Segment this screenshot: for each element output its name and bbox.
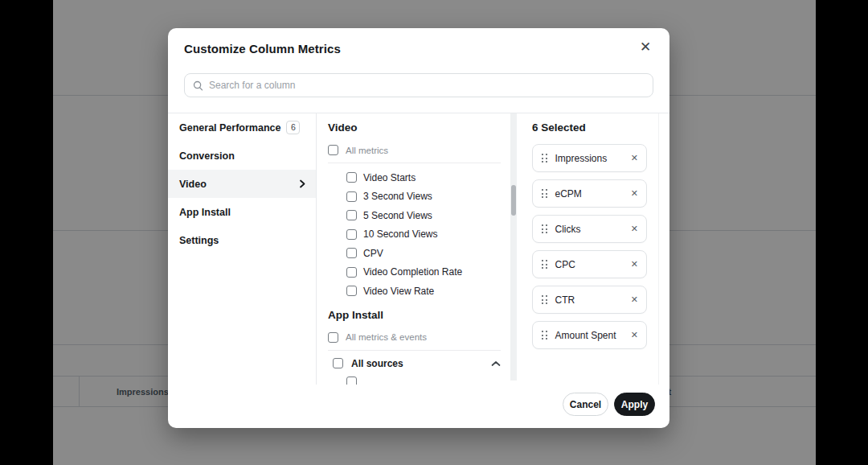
remove-icon[interactable]: ✕ — [631, 189, 638, 198]
metric-checkbox[interactable] — [346, 191, 357, 202]
screen: Impressions Amount Spent Customize Colum… — [0, 0, 868, 465]
selected-chips-list: Impressions ✕ eCPM ✕ Clicks ✕ — [532, 144, 669, 349]
metric-checkbox[interactable] — [346, 248, 357, 258]
search-box — [184, 73, 653, 97]
metric-label: 3 Second Views — [363, 191, 432, 202]
nav-item-general-performance[interactable]: General Performance 6 — [168, 113, 316, 142]
chip-label: CTR — [555, 294, 575, 306]
app-install-section-heading: App Install — [328, 309, 517, 322]
all-metrics-events-row: All metrics & events — [328, 332, 517, 343]
nav-item-conversion[interactable]: Conversion — [168, 142, 316, 170]
metric-row-5-second-views: 5 Second Views — [328, 206, 517, 225]
close-icon[interactable]: ✕ — [636, 38, 655, 57]
clipped-metric-row — [328, 377, 517, 385]
metrics-scrollbar-thumb[interactable] — [511, 185, 516, 216]
remove-icon[interactable]: ✕ — [631, 260, 638, 269]
chip-amount-spent[interactable]: Amount Spent ✕ — [532, 321, 647, 349]
metric-checkbox[interactable] — [346, 210, 357, 220]
drag-handle-icon[interactable] — [542, 189, 547, 198]
nav-label: General Performance — [179, 122, 280, 134]
dialog-footer: Cancel Apply — [563, 393, 655, 416]
nav-label: Video — [179, 179, 207, 190]
metric-checkbox[interactable] — [346, 172, 357, 183]
metric-row-10-second-views: 10 Second Views — [328, 225, 517, 245]
all-metrics-row: All metrics — [328, 145, 517, 155]
metric-row-3-second-views: 3 Second Views — [328, 187, 517, 207]
drag-handle-icon[interactable] — [542, 154, 547, 163]
selected-panel-divider — [658, 113, 659, 385]
metric-checkbox[interactable] — [346, 377, 357, 385]
drag-handle-icon[interactable] — [542, 331, 547, 339]
metrics-scrollbar-track[interactable] — [510, 113, 517, 381]
all-sources-checkbox[interactable] — [333, 358, 343, 368]
nav-label: Conversion — [179, 150, 235, 162]
chip-label: eCPM — [555, 188, 582, 200]
search-input[interactable] — [209, 80, 645, 91]
remove-icon[interactable]: ✕ — [631, 295, 638, 304]
metric-row-cpv: CPV — [328, 244, 517, 263]
customize-column-metrics-dialog: Customize Column Metrics ✕ General Perfo… — [168, 28, 669, 428]
nav-item-settings[interactable]: Settings — [168, 226, 316, 254]
all-metrics-events-checkbox[interactable] — [328, 332, 338, 343]
metric-label: 10 Second Views — [363, 228, 438, 240]
metric-label: 5 Second Views — [363, 210, 432, 221]
drag-handle-icon[interactable] — [542, 295, 547, 304]
metric-row-video-view-rate: Video View Rate — [328, 282, 517, 301]
chip-ecpm[interactable]: eCPM ✕ — [532, 179, 647, 208]
drag-handle-icon[interactable] — [542, 224, 547, 233]
metric-label: CPV — [363, 248, 383, 259]
all-metrics-label: All metrics — [346, 146, 388, 155]
chip-label: CPC — [555, 259, 575, 270]
metric-label: Video Completion Rate — [363, 266, 462, 278]
video-metric-items: Video Starts 3 Second Views 5 Second Vie… — [328, 168, 517, 301]
chip-ctr[interactable]: CTR ✕ — [532, 286, 647, 314]
metric-checkbox[interactable] — [346, 229, 357, 240]
metric-label: Video View Rate — [363, 286, 434, 297]
section-divider — [328, 163, 501, 163]
remove-icon[interactable]: ✕ — [631, 331, 638, 339]
chip-label: Clicks — [555, 224, 581, 235]
chip-label: Impressions — [555, 153, 608, 164]
chevron-right-icon — [298, 179, 306, 188]
all-metrics-events-label: All metrics & events — [346, 332, 427, 342]
dialog-body: General Performance 6 Conversion Video A… — [168, 113, 669, 385]
cancel-button[interactable]: Cancel — [563, 393, 608, 416]
chip-impressions[interactable]: Impressions ✕ — [532, 144, 647, 172]
chip-cpc[interactable]: CPC ✕ — [532, 250, 647, 278]
remove-icon[interactable]: ✕ — [631, 154, 638, 163]
all-sources-row: All sources — [328, 358, 501, 369]
apply-button[interactable]: Apply — [614, 393, 655, 416]
chip-clicks[interactable]: Clicks ✕ — [532, 215, 647, 243]
all-metrics-checkbox[interactable] — [328, 145, 338, 155]
metric-row-video-starts: Video Starts — [328, 168, 517, 187]
nav-item-video[interactable]: Video — [168, 170, 316, 198]
search-icon — [193, 80, 203, 91]
category-nav: General Performance 6 Conversion Video A… — [168, 113, 317, 385]
chevron-up-icon[interactable] — [491, 360, 501, 367]
metric-label: Video Starts — [363, 172, 416, 183]
drag-handle-icon[interactable] — [542, 260, 547, 269]
video-section-heading: Video — [328, 121, 517, 134]
nav-item-app-install[interactable]: App Install — [168, 198, 316, 226]
dialog-title: Customize Column Metrics — [184, 42, 341, 56]
metric-row-video-completion-rate: Video Completion Rate — [328, 263, 517, 282]
metric-checkbox[interactable] — [346, 267, 357, 278]
metric-checkbox[interactable] — [346, 286, 357, 296]
nav-label: Settings — [179, 235, 219, 246]
selected-metrics-panel: 6 Selected Impressions ✕ eCPM ✕ Clic — [517, 113, 669, 385]
selected-count-heading: 6 Selected — [532, 121, 669, 134]
remove-icon[interactable]: ✕ — [631, 224, 638, 233]
metrics-list-panel: Video All metrics Video Starts 3 Second … — [317, 113, 517, 385]
chip-label: Amount Spent — [555, 330, 616, 341]
nav-label: App Install — [179, 207, 231, 218]
section-divider — [328, 350, 501, 351]
selected-count-badge: 6 — [286, 121, 300, 134]
all-sources-label: All sources — [351, 358, 403, 369]
